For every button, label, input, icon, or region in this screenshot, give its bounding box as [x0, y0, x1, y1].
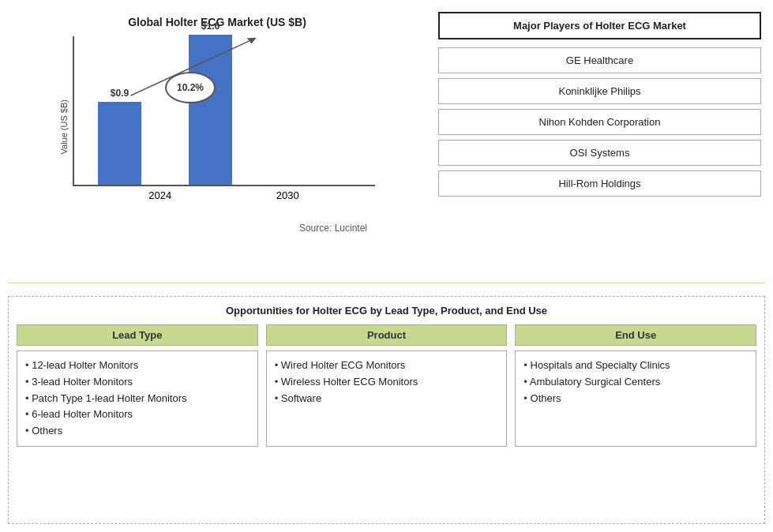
player-hillrom: Hill-Rom Holdings [438, 170, 761, 197]
bar-2030 [189, 35, 232, 185]
product-list: Wired Holter ECG Monitors Wireless Holte… [275, 358, 499, 406]
list-item: 12-lead Holter Monitors [25, 358, 250, 374]
lead-type-list: 12-lead Holter Monitors 3-lead Holter Mo… [25, 358, 250, 440]
list-item: Software [275, 391, 499, 407]
bar-value-2024: $0.9 [111, 88, 129, 99]
list-item: Others [523, 391, 748, 407]
product-header: Product [266, 324, 508, 346]
player-osi: OSI Systems [438, 140, 761, 166]
product-items: Wired Holter ECG Monitors Wireless Holte… [266, 350, 508, 447]
bar-group-2024: $0.9 [98, 88, 141, 185]
y-axis-label: Value (US $B) [59, 99, 69, 155]
main-container: Global Holter ECG Market (US $B) Value (… [0, 0, 773, 532]
player-philips: Koninklijke Philips [438, 78, 761, 104]
category-end-use: End Use Hospitals and Specialty Clinics … [515, 324, 756, 447]
list-item: Hospitals and Specialty Clinics [523, 358, 748, 374]
category-lead-type: Lead Type 12-lead Holter Monitors 3-lead… [17, 324, 258, 447]
bottom-title: Opportunities for Holter ECG by Lead Typ… [17, 305, 756, 317]
x-label-2024: 2024 [148, 189, 171, 201]
list-item: Wireless Holter ECG Monitors [275, 374, 499, 391]
x-axis-labels: 2024 2030 [73, 186, 375, 201]
source-text: Source: Lucintel [59, 223, 375, 234]
players-title: Major Players of Holter ECG Market [438, 12, 761, 39]
chart-area: Global Holter ECG Market (US $B) Value (… [8, 8, 426, 276]
lead-type-items: 12-lead Holter Monitors 3-lead Holter Mo… [17, 350, 258, 447]
list-item: Ambulatory Surgical Centers [523, 374, 748, 391]
top-section: Global Holter ECG Market (US $B) Value (… [8, 8, 765, 276]
bars-container: $0.9 $1.6 10.2% [73, 36, 375, 218]
cagr-bubble: 10.2% [165, 72, 216, 103]
player-ge: GE Healthcare [438, 47, 761, 73]
end-use-header: End Use [515, 324, 756, 346]
end-use-items: Hospitals and Specialty Clinics Ambulato… [515, 350, 756, 447]
player-nihon: Nihon Kohden Corporation [438, 109, 761, 135]
cagr-value: 10.2% [177, 82, 204, 93]
list-item: 6-lead Holter Monitors [25, 406, 250, 423]
list-item: Patch Type 1-lead Holter Monitors [25, 391, 250, 407]
x-label-2030: 2030 [276, 189, 299, 201]
bar-2024 [98, 102, 141, 185]
players-area: Major Players of Holter ECG Market GE He… [434, 8, 765, 276]
list-item: 3-lead Holter Monitors [25, 374, 250, 391]
bottom-section: Opportunities for Holter ECG by Lead Typ… [8, 296, 765, 524]
category-product: Product Wired Holter ECG Monitors Wirele… [266, 324, 508, 447]
categories-row: Lead Type 12-lead Holter Monitors 3-lead… [17, 324, 756, 447]
bar-value-2030: $1.6 [201, 21, 220, 32]
lead-type-header: Lead Type [17, 324, 258, 346]
list-item: Others [25, 423, 250, 440]
bars-inner: $0.9 $1.6 10.2% [73, 36, 375, 186]
list-item: Wired Holter ECG Monitors [275, 358, 499, 374]
divider [8, 283, 765, 283]
end-use-list: Hospitals and Specialty Clinics Ambulato… [523, 358, 748, 406]
